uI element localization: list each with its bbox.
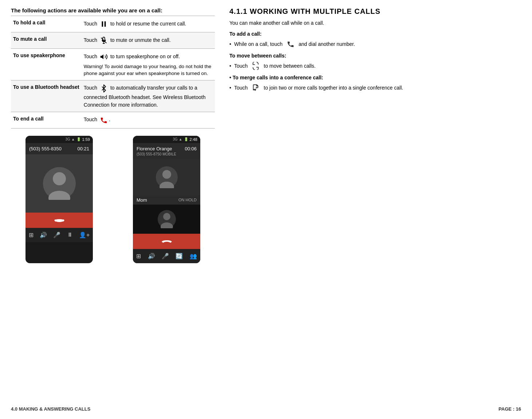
end-call-icon-1 bbox=[54, 217, 65, 224]
hold-avatar-area bbox=[133, 205, 200, 234]
caller-sub-2: (503) 555-8750 MOBILE bbox=[137, 152, 176, 156]
svg-point-5 bbox=[53, 172, 66, 185]
action-label: To mute a call bbox=[11, 32, 82, 49]
top-section: The following actions are available whil… bbox=[11, 7, 521, 400]
footer-right: PAGE : 16 bbox=[498, 406, 521, 412]
mic-icon-2[interactable]: 🎤 bbox=[162, 253, 169, 260]
add-call-icon[interactable]: 👤+ bbox=[79, 232, 90, 238]
merge-calls-item: • Touch to join two or more calls togeth… bbox=[229, 83, 521, 93]
action-label: To use a Bluetooth headset bbox=[11, 80, 82, 112]
merge-text: Touch bbox=[234, 84, 248, 92]
actions-table: To hold a call Touch to hold or resume t… bbox=[11, 16, 215, 129]
avatar-area-1 bbox=[25, 154, 93, 213]
caller-area-1: (503) 555-8350 00:21 bbox=[25, 143, 93, 154]
page-container: The following actions are available whil… bbox=[0, 0, 532, 419]
table-row: To use a Bluetooth headset Touch to auto… bbox=[11, 80, 215, 112]
svg-rect-0 bbox=[102, 21, 103, 27]
avatar-1 bbox=[43, 167, 76, 200]
action-desc: Touch to turn speakerphone on or off. bbox=[82, 49, 215, 80]
move-text2: to move between calls. bbox=[264, 62, 315, 70]
call-controls-1: ⊞ 🔊 🎤 ⏸ 👤+ bbox=[25, 228, 93, 242]
merge-calls-block: • To merge calls into a conference call:… bbox=[229, 75, 521, 93]
end-call-btn-2[interactable] bbox=[133, 234, 200, 249]
phone-mock-1: 3G ▲ 🔋 1:59 (503) 555-8350 00:21 bbox=[25, 136, 93, 263]
right-panel: 4.1.1 WORKING WITH MULTIPLE CALLS You ca… bbox=[229, 7, 521, 400]
section-title: 4.1.1 WORKING WITH MULTIPLE CALLS bbox=[229, 7, 521, 16]
status-bar-1: 3G ▲ 🔋 1:59 bbox=[25, 136, 93, 143]
phone-mock-2: 3G ▲ 🔋 2:48 Florence Orange (503) 555-87… bbox=[133, 136, 200, 263]
pause-icon bbox=[99, 19, 109, 29]
caller-number-1: (503) 555-8350 bbox=[29, 146, 62, 151]
caller-name-2: Florence Orange bbox=[137, 146, 176, 151]
move-calls-item: • Touch to move between calls. bbox=[229, 61, 521, 71]
hold-caller-name: Mom bbox=[137, 197, 147, 203]
on-hold-bar: Mom ON HOLD bbox=[133, 195, 200, 205]
action-label: To use speakerphone bbox=[11, 49, 82, 80]
table-row: To use speakerphone Touch bbox=[11, 49, 215, 80]
hold-status-label: ON HOLD bbox=[178, 198, 197, 202]
status-time-1: 1:59 bbox=[82, 137, 90, 142]
actions-header: The following actions are available whil… bbox=[11, 7, 215, 13]
action-label: To end a call bbox=[11, 112, 82, 128]
action-desc: Touch . bbox=[82, 112, 215, 128]
move-calls-block: To move between calls: • Touch to move b… bbox=[229, 53, 521, 71]
speaker-icon bbox=[99, 52, 109, 62]
move-calls-label: To move between calls: bbox=[229, 53, 521, 59]
dialpad-icon-2[interactable]: ⊞ bbox=[136, 253, 141, 260]
table-row: To hold a call Touch to hold or resume t… bbox=[11, 16, 215, 32]
page-footer: 4.0 MAKING & ANSWERING CALLS PAGE : 16 bbox=[11, 400, 521, 412]
svg-marker-3 bbox=[101, 55, 103, 59]
active-avatar-area bbox=[133, 159, 200, 195]
speaker-ctrl-icon[interactable]: 🔊 bbox=[40, 232, 47, 238]
mic-icon[interactable]: 🎤 bbox=[53, 232, 60, 238]
signal-icon-2: 3G ▲ bbox=[173, 137, 182, 141]
footer-left: 4.0 MAKING & ANSWERING CALLS bbox=[11, 406, 90, 412]
action-desc: Touch to mute or unmute the call. bbox=[82, 32, 215, 49]
add-call-text: While on a call, touch bbox=[234, 40, 283, 48]
section-subtitle: You can make another call while on a cal… bbox=[229, 20, 521, 26]
action-desc: Touch to hold or resume the current call… bbox=[82, 16, 215, 32]
bluetooth-icon bbox=[99, 83, 109, 94]
call-timer-2: 00:06 bbox=[185, 146, 197, 151]
hold-avatar bbox=[158, 210, 176, 228]
svg-point-8 bbox=[162, 170, 171, 179]
add-call-item: • While on a call, touch and dial anothe… bbox=[229, 39, 521, 49]
action-desc: Touch to automatically transfer your cal… bbox=[82, 80, 215, 112]
end-call-btn-1[interactable] bbox=[25, 213, 93, 228]
hold-ctrl-icon[interactable]: ⏸ bbox=[67, 232, 73, 238]
call-controls-2: ⊞ 🔊 🎤 🔄 👥 bbox=[133, 249, 200, 263]
add-call-text2: and dial another number. bbox=[299, 40, 355, 48]
status-bar-2: 3G ▲ 🔋 2:48 bbox=[133, 136, 200, 143]
bullet-3: • bbox=[229, 84, 231, 92]
end-call-icon bbox=[99, 115, 109, 125]
merge-icon[interactable]: 👥 bbox=[190, 253, 197, 260]
merge-text2: to join two or more calls together into … bbox=[264, 84, 403, 92]
merge-icon-display bbox=[251, 83, 261, 93]
bullet-1: • bbox=[229, 40, 231, 48]
move-text: Touch bbox=[234, 62, 248, 70]
dialpad-icon[interactable]: ⊞ bbox=[29, 232, 34, 238]
add-call-btn-icon bbox=[285, 39, 296, 49]
svg-rect-1 bbox=[105, 21, 106, 27]
table-row: To mute a call Touch to mute or unmute t… bbox=[11, 32, 215, 49]
bullet-2: • bbox=[229, 62, 231, 70]
svg-point-11 bbox=[163, 213, 170, 220]
table-row: To end a call Touch . bbox=[11, 112, 215, 128]
add-call-block: To add a call: • While on a call, touch … bbox=[229, 31, 521, 49]
speaker-ctrl-icon-2[interactable]: 🔊 bbox=[148, 253, 155, 260]
caller-area-2: Florence Orange (503) 555-8750 MOBILE 00… bbox=[133, 143, 200, 159]
battery-icon: 🔋 bbox=[76, 137, 81, 141]
call-timer-1: 00:21 bbox=[77, 146, 89, 151]
left-panel: The following actions are available whil… bbox=[11, 7, 215, 400]
battery-icon-2: 🔋 bbox=[184, 137, 188, 141]
status-time-2: 2:48 bbox=[190, 137, 197, 142]
swap-call-icon[interactable]: 🔄 bbox=[176, 253, 183, 260]
active-avatar bbox=[156, 166, 178, 188]
mute-icon bbox=[99, 35, 109, 46]
merge-calls-label: • To merge calls into a conference call: bbox=[229, 75, 521, 80]
phones-row: 3G ▲ 🔋 1:59 (503) 555-8350 00:21 bbox=[11, 136, 215, 263]
swap-icon bbox=[251, 61, 261, 71]
signal-icon: 3G ▲ bbox=[66, 137, 75, 141]
add-call-label: To add a call: bbox=[229, 31, 521, 37]
end-call-icon-2 bbox=[161, 238, 173, 245]
